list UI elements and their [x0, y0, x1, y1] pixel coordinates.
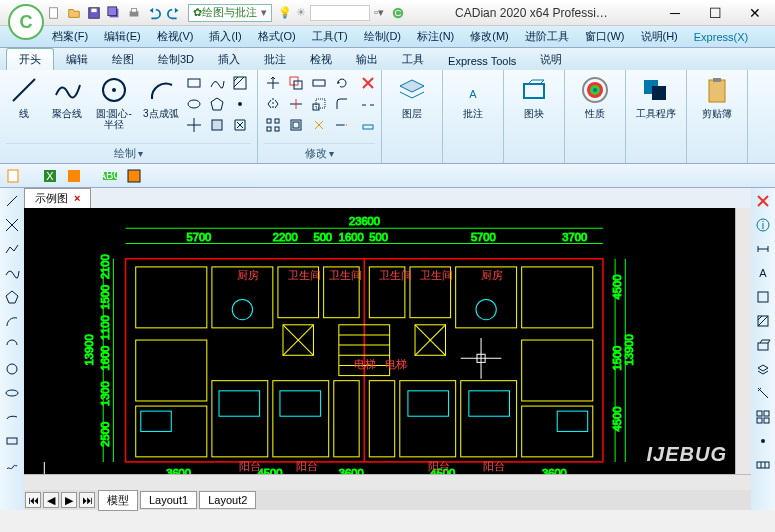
utilities-button[interactable]: 工具程序	[632, 74, 680, 119]
point-icon[interactable]	[231, 95, 249, 113]
rt-layer-icon[interactable]	[754, 360, 772, 378]
ellipse-icon[interactable]	[185, 95, 203, 113]
fillet-icon[interactable]	[333, 95, 351, 113]
polyline-tool[interactable]: 聚合线	[48, 74, 84, 119]
rt-text-icon[interactable]: A	[754, 264, 772, 282]
lt-polygon-icon[interactable]	[3, 288, 21, 306]
block-button[interactable]: 图块	[510, 74, 558, 119]
tab-insert[interactable]: 插入	[206, 49, 252, 70]
redo-icon[interactable]	[165, 4, 183, 22]
layer-dropdown-icon[interactable]: ▫▾	[374, 6, 384, 19]
arc-tool[interactable]: 3点成弧	[143, 74, 179, 119]
menu-dimension[interactable]: 标注(N)	[409, 26, 462, 47]
menu-window[interactable]: 窗口(W)	[577, 26, 633, 47]
menu-modify[interactable]: 修改(M)	[462, 26, 517, 47]
properties-button[interactable]: 性质	[571, 74, 619, 119]
drawing-canvas[interactable]: 23600 570022005001600500 57003700 360045…	[24, 208, 735, 474]
saveall-icon[interactable]	[105, 4, 123, 22]
spline-icon[interactable]	[208, 74, 226, 92]
menu-advanced[interactable]: 进阶工具	[517, 26, 577, 47]
tb-hatch-icon[interactable]	[124, 166, 144, 186]
rt-hatch-icon[interactable]	[754, 312, 772, 330]
annotate-button[interactable]: A批注	[449, 74, 497, 119]
menu-help[interactable]: 说明(H)	[633, 26, 686, 47]
lt-pline-icon[interactable]	[3, 240, 21, 258]
tab-output[interactable]: 输出	[344, 49, 390, 70]
vertical-scrollbar[interactable]	[735, 208, 751, 474]
tb-new-icon[interactable]	[4, 166, 24, 186]
search-input[interactable]	[310, 5, 370, 21]
rt-point-icon[interactable]	[754, 432, 772, 450]
menu-edit[interactable]: 编辑(E)	[96, 26, 149, 47]
hatch-icon[interactable]	[231, 74, 249, 92]
erase-icon[interactable]	[359, 74, 377, 92]
print-icon[interactable]	[125, 4, 143, 22]
lt-arc2-icon[interactable]	[3, 336, 21, 354]
lt-sketch-icon[interactable]	[3, 456, 21, 474]
tab-tools[interactable]: 工具	[390, 49, 436, 70]
copy-icon[interactable]	[287, 74, 305, 92]
tab-draw3d[interactable]: 绘制3D	[146, 49, 206, 70]
menu-draw[interactable]: 绘制(D)	[356, 26, 409, 47]
tab-annotate[interactable]: 批注	[252, 49, 298, 70]
sun-icon[interactable]: ☀	[296, 6, 306, 19]
menu-tools[interactable]: 工具(T)	[304, 26, 356, 47]
rt-grid-icon[interactable]	[754, 408, 772, 426]
menu-file[interactable]: 档案(F)	[44, 26, 96, 47]
join-icon[interactable]	[359, 118, 377, 136]
stretch-icon[interactable]	[310, 74, 328, 92]
extend-icon[interactable]	[333, 116, 351, 134]
rt-info-icon[interactable]: i	[754, 216, 772, 234]
clipboard-button[interactable]: 剪贴簿	[693, 74, 741, 119]
open-icon[interactable]	[65, 4, 83, 22]
bulb-icon[interactable]: 💡	[278, 6, 292, 19]
doc-tab-example[interactable]: 示例图×	[24, 188, 91, 209]
menu-view[interactable]: 检视(V)	[149, 26, 202, 47]
tab-help[interactable]: 说明	[528, 49, 574, 70]
mirror-icon[interactable]	[264, 95, 282, 113]
rotate-icon[interactable]	[333, 74, 351, 92]
rt-dim-icon[interactable]	[754, 240, 772, 258]
layout-last-icon[interactable]: ⏭	[79, 492, 95, 508]
save-icon[interactable]	[85, 4, 103, 22]
rect-icon[interactable]	[185, 74, 203, 92]
lt-spline-icon[interactable]	[3, 264, 21, 282]
workspace-combo[interactable]: ✿绘图与批注▾	[188, 4, 272, 22]
tb-table-icon[interactable]	[64, 166, 84, 186]
rt-close-icon[interactable]	[754, 192, 772, 210]
tab-start[interactable]: 开头	[6, 48, 54, 70]
move-icon[interactable]	[264, 74, 282, 92]
close-button[interactable]: ✕	[735, 1, 775, 25]
wipeout-icon[interactable]	[231, 116, 249, 134]
lt-line-icon[interactable]	[3, 192, 21, 210]
minimize-button[interactable]: ─	[655, 1, 695, 25]
circle-tool[interactable]: 圆:圆心-半径	[91, 74, 137, 130]
layout-2[interactable]: Layout2	[199, 491, 256, 509]
polygon-icon[interactable]	[208, 95, 226, 113]
doc-close-icon[interactable]: ×	[74, 192, 80, 204]
tb-abc-icon[interactable]: ABC	[100, 166, 120, 186]
lt-rect-icon[interactable]	[3, 432, 21, 450]
explode-icon[interactable]	[310, 116, 328, 134]
rt-wall-icon[interactable]	[754, 456, 772, 474]
tab-edit[interactable]: 编辑	[54, 49, 100, 70]
rt-block-icon[interactable]	[754, 336, 772, 354]
scale-icon[interactable]	[310, 95, 328, 113]
menu-insert[interactable]: 插入(I)	[201, 26, 249, 47]
lt-circle-icon[interactable]	[3, 360, 21, 378]
lt-earc-icon[interactable]	[3, 408, 21, 426]
layout-model[interactable]: 模型	[98, 490, 138, 511]
layout-first-icon[interactable]: ⏮	[25, 492, 41, 508]
app-menu-button[interactable]: C	[8, 4, 44, 40]
tab-express[interactable]: Express Tools	[436, 52, 528, 70]
menu-express[interactable]: Express(X)	[686, 28, 756, 46]
layout-prev-icon[interactable]: ◀	[43, 492, 59, 508]
offset-icon[interactable]	[287, 116, 305, 134]
trim-icon[interactable]	[287, 95, 305, 113]
lt-arc-icon[interactable]	[3, 312, 21, 330]
menu-format[interactable]: 格式(O)	[250, 26, 304, 47]
lt-xline-icon[interactable]	[3, 216, 21, 234]
tb-excel-icon[interactable]: X	[40, 166, 60, 186]
lt-ellipse-icon[interactable]	[3, 384, 21, 402]
rt-dim2-icon[interactable]	[754, 384, 772, 402]
